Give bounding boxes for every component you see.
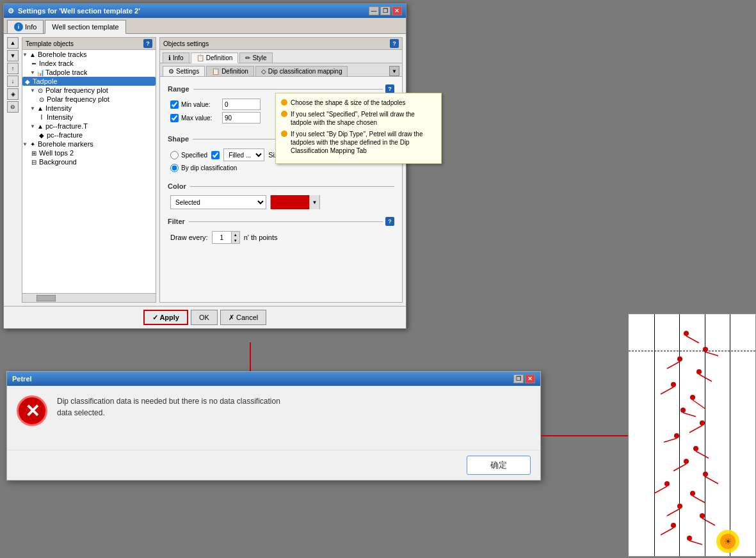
petrel-restore-button[interactable]: ❐ [513, 374, 524, 383]
draw-every-label: Draw every: [170, 234, 208, 241]
sub-tab-info-label: Info [173, 54, 184, 61]
svg-point-6 [696, 369, 702, 374]
tooltip-item-1: Choose the shape & size of the tadpoles [281, 99, 436, 107]
nav-down-button[interactable]: ▼ [7, 50, 19, 61]
petrel-close-button[interactable]: ✕ [525, 374, 535, 383]
toggle-borehole-markers[interactable]: ▼ [22, 141, 28, 147]
action-button-1[interactable]: ◈ [7, 88, 19, 100]
tree-item-borehole-tracks[interactable]: ▼ ▲ Borehole tracks [22, 50, 156, 59]
color-swatch[interactable] [271, 195, 309, 209]
tree-item-pc-fracture[interactable]: ▼ ▲ pc--fracture.T [22, 122, 156, 131]
filter-content: Draw every: ▲ ▼ n' th points [165, 228, 397, 246]
petrel-ok-label: 确定 [490, 460, 507, 470]
move-up-button[interactable]: ↑ [7, 63, 19, 74]
range-help[interactable]: ? [385, 84, 394, 93]
background-label: Background [39, 158, 77, 166]
range-title: Range [168, 85, 189, 93]
tree-item-index-track[interactable]: ━ Index track [22, 59, 156, 68]
nth-points-label: n' th points [244, 234, 278, 241]
template-objects-help[interactable]: ? [143, 39, 152, 48]
close-button[interactable]: ✕ [392, 6, 402, 15]
fill-dropdown[interactable]: Filled ... [223, 148, 264, 161]
tree-item-intensity[interactable]: ▼ ▲ Intensity [22, 104, 156, 113]
borehole-markers-label: Borehole markers [38, 140, 93, 148]
move-down-button[interactable]: ↓ [7, 76, 19, 87]
apply-button[interactable]: ✓ Apply [143, 310, 188, 325]
tab-info[interactable]: i Info [7, 20, 44, 33]
min-checkbox[interactable] [170, 100, 179, 109]
inner-tab-settings[interactable]: ⚙ Settings [163, 66, 205, 76]
color-content: Selected ▼ [165, 193, 397, 212]
index-track-label: Index track [39, 60, 74, 67]
max-checkbox-label: Max value: [170, 114, 218, 122]
action-button-2[interactable]: ⊖ [7, 101, 19, 113]
toggle-tadpole-track[interactable]: ▼ [30, 70, 35, 76]
svg-line-11 [693, 400, 705, 409]
color-dropdown-arrow[interactable]: ▼ [309, 195, 319, 209]
scrollbar-thumb[interactable] [36, 295, 56, 301]
filter-title: Filter [168, 218, 185, 225]
spinner-down-button[interactable]: ▼ [232, 237, 239, 243]
tooltip-item-2: If you select "Specified", Petrel will d… [281, 110, 436, 127]
svg-point-28 [677, 504, 682, 509]
svg-line-17 [664, 438, 677, 442]
error-icon: ✕ [17, 395, 47, 426]
petrel-title: Petrel [12, 375, 32, 383]
tree-item-polar-freq[interactable]: ▼ ⊙ Polar frequency plot [22, 86, 156, 95]
tab-dropdown-button[interactable]: ▼ [389, 66, 399, 76]
by-dip-label: By dip classification [181, 164, 237, 171]
tree-item-polar-freq-plot[interactable]: ⊙ Polar frequency plot [22, 95, 156, 104]
pc-fracture-inner-label: pc--fracture [47, 131, 83, 139]
tooltip-text-1: Choose the shape & size of the tadpoles [291, 99, 406, 107]
tree-item-well-tops[interactable]: ⊞ Well tops 2 [22, 148, 156, 157]
spinner-up-button[interactable]: ▲ [232, 232, 239, 237]
draw-every-input[interactable] [212, 231, 231, 244]
tree-item-background[interactable]: ⊟ Background [22, 157, 156, 166]
range-divider: Range ? [165, 84, 397, 93]
objects-settings-header: Objects settings ? [160, 38, 402, 50]
max-checkbox[interactable] [170, 114, 179, 122]
tab-well-section-template[interactable]: Well section template [45, 20, 125, 34]
color-dropdown[interactable]: Selected [170, 195, 266, 209]
restore-button[interactable]: ❐ [380, 6, 390, 15]
specified-radio[interactable] [170, 151, 179, 159]
filled-checkbox[interactable] [211, 151, 220, 159]
sub-tab-info[interactable]: ℹ Info [163, 52, 189, 63]
by-dip-radio[interactable] [170, 164, 179, 172]
sub-tab-style[interactable]: ✏ Style [239, 52, 272, 63]
toggle-polar-freq[interactable]: ▼ [30, 88, 35, 93]
toggle-intensity[interactable]: ▼ [30, 106, 35, 111]
petrel-ok-button[interactable]: 确定 [467, 456, 531, 475]
tree-item-borehole-markers[interactable]: ▼ ✦ Borehole markers [22, 140, 156, 148]
filter-section: Filter ? Draw every: ▲ ▼ n [165, 217, 397, 246]
sub-tab-definition[interactable]: 📋 Definition [191, 52, 239, 63]
svg-line-33 [661, 528, 673, 535]
svg-point-16 [674, 433, 679, 438]
min-value-input[interactable] [222, 99, 261, 110]
well-tops-label: Well tops 2 [39, 149, 74, 157]
objects-settings-help[interactable]: ? [390, 39, 399, 48]
min-label: Min value: [181, 101, 211, 108]
color-box-container[interactable]: ▼ [270, 195, 320, 209]
tree-item-tadpole-track[interactable]: ▼ 📊 Tadpole track [22, 68, 156, 77]
tree-item-pc-fracture-inner[interactable]: ◆ pc--fracture [22, 131, 156, 140]
background-icon: ⊟ [30, 159, 38, 166]
inner-tab-dip-classification[interactable]: ◇ Dip classification mapping [255, 66, 348, 76]
max-value-input[interactable] [222, 112, 261, 124]
horizontal-scrollbar[interactable] [22, 293, 156, 302]
tree-item-intensity-inner[interactable]: I Intensity [22, 113, 156, 122]
inner-tab-definition[interactable]: 📋 Definition [206, 66, 254, 76]
filter-help[interactable]: ? [385, 217, 394, 226]
minimize-button[interactable]: — [369, 6, 379, 15]
cancel-button[interactable]: ✗ Cancel [220, 310, 266, 325]
toggle-pc-fracture[interactable]: ▼ [30, 124, 35, 129]
nav-up-button[interactable]: ▲ [7, 37, 19, 49]
toggle-borehole-tracks[interactable]: ▼ [22, 52, 28, 58]
svg-line-13 [683, 413, 696, 417]
draw-every-spinner[interactable]: ▲ ▼ [212, 231, 240, 244]
tree-item-tadpole[interactable]: ◆ Tadpole [22, 77, 156, 86]
ok-button[interactable]: OK [191, 310, 218, 325]
tree-view[interactable]: ▼ ▲ Borehole tracks ━ Index track ▼ 📊 Ta… [22, 50, 156, 293]
specified-radio-label: Specified [170, 151, 207, 159]
svg-line-23 [705, 477, 718, 484]
